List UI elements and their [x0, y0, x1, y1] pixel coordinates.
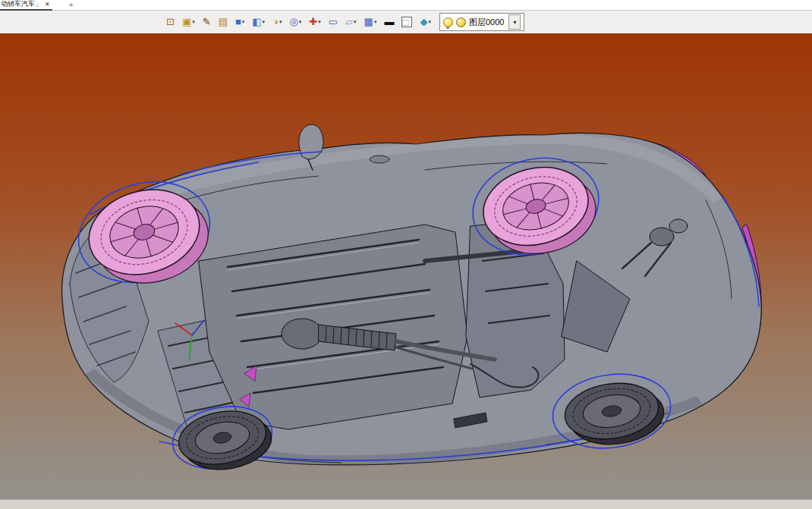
move-orient-dropdown-arrow-icon[interactable]: ▾: [318, 19, 321, 25]
sphere-part-dropdown-arrow-icon[interactable]: ▾: [279, 19, 282, 25]
render-style-dropdown-arrow-icon[interactable]: ▾: [192, 19, 195, 25]
zoom-search-icon[interactable]: ◎▾: [287, 12, 304, 32]
car-model: [0, 33, 812, 499]
layer-label: 图层0000: [469, 17, 504, 28]
toolbar: ⊡▣▾✎▤■▾◧▾◑▾◎▾✚▾▭▱▾▦▾▬□◆▾ 图层0000 ▼: [0, 11, 812, 33]
plane-grid-dropdown-arrow-icon[interactable]: ▾: [354, 19, 357, 25]
viewport[interactable]: [0, 33, 812, 499]
import-view-icon[interactable]: ⊡: [164, 12, 177, 32]
status-bar: [0, 499, 812, 509]
tab-close-icon[interactable]: ✕: [45, 0, 50, 8]
document-tab[interactable]: 动轿车汽车」 ✕: [0, 0, 52, 11]
move-orient-icon[interactable]: ✚▾: [307, 12, 323, 32]
plane-grid-icon[interactable]: ▱▾: [343, 12, 359, 32]
new-tab-button[interactable]: +: [69, 1, 74, 9]
layer-dropdown-button[interactable]: ▼: [508, 14, 521, 30]
extrude-cube-dropdown-arrow-icon[interactable]: ▾: [242, 19, 245, 25]
layer-color-icon[interactable]: [456, 17, 466, 27]
color-swatch-icon[interactable]: □: [399, 12, 414, 32]
tab-bar: 动轿车汽车」 ✕ +: [0, 0, 812, 11]
extrude-cube-icon[interactable]: ■▾: [233, 12, 247, 32]
select-window-icon[interactable]: ▭: [326, 12, 340, 32]
sphere-part-icon[interactable]: ◑▾: [270, 12, 284, 32]
line-width-icon[interactable]: ▬: [382, 12, 396, 32]
tab-title: 动轿车汽车」: [1, 0, 42, 8]
material-shade-icon[interactable]: ◆▾: [417, 12, 433, 32]
boolean-cube-dropdown-arrow-icon[interactable]: ▾: [263, 19, 266, 25]
layer-visibility-bulb-icon[interactable]: [443, 17, 453, 27]
toolbar-icons: ⊡▣▾✎▤■▾◧▾◑▾◎▾✚▾▭▱▾▦▾▬□◆▾: [164, 12, 433, 32]
sketch-pen-icon[interactable]: ✎: [200, 12, 213, 32]
display-screen-icon[interactable]: ▦▾: [362, 12, 379, 32]
boolean-cube-icon[interactable]: ◧▾: [250, 12, 267, 32]
material-shade-dropdown-arrow-icon[interactable]: ▾: [428, 19, 431, 25]
layer-selector[interactable]: 图层0000 ▼: [439, 13, 524, 31]
render-style-icon[interactable]: ▣▾: [180, 12, 197, 32]
application-window: 动轿车汽车」 ✕ + ⊡▣▾✎▤■▾◧▾◑▾◎▾✚▾▭▱▾▦▾▬□◆▾ 图层00…: [0, 0, 812, 509]
solid-box-icon[interactable]: ▤: [216, 12, 230, 32]
display-screen-dropdown-arrow-icon[interactable]: ▾: [374, 19, 377, 25]
zoom-search-dropdown-arrow-icon[interactable]: ▾: [299, 19, 302, 25]
